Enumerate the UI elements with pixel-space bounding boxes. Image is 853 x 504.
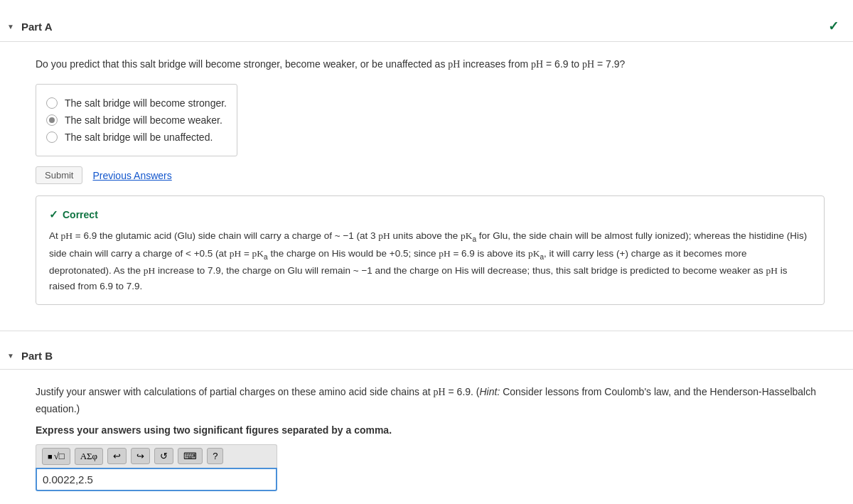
- part-b-chevron-icon: ▼: [7, 352, 14, 360]
- correct-check-icon: ✓: [49, 206, 58, 224]
- option-label-1: The salt bridge will become stronger.: [65, 97, 227, 109]
- radio-3[interactable]: [46, 132, 58, 143]
- option-row-1: The salt bridge will become stronger.: [46, 97, 227, 109]
- undo-icon: ↩: [113, 451, 121, 461]
- refresh-icon: ↺: [160, 451, 168, 461]
- editor-toolbar: ■ √□ ΑΣφ ↩ ↪ ↺ ⌨ ?: [36, 444, 277, 468]
- greek-button[interactable]: ΑΣφ: [75, 448, 103, 465]
- keyboard-button[interactable]: ⌨: [178, 448, 203, 464]
- part-a-chevron-icon: ▼: [7, 23, 14, 31]
- redo-icon: ↪: [136, 451, 144, 461]
- option-label-2: The salt bridge will become weaker.: [65, 114, 222, 126]
- help-button[interactable]: ?: [207, 448, 223, 464]
- radio-1[interactable]: [46, 97, 58, 109]
- correct-body: At pH = 6.9 the glutamic acid (Glu) side…: [49, 228, 811, 294]
- option-row-3: The salt bridge will be unaffected.: [46, 132, 227, 143]
- submit-row: Submit Previous Answers: [36, 166, 825, 184]
- undo-button[interactable]: ↩: [107, 448, 127, 464]
- option-label-3: The salt bridge will be unaffected.: [65, 132, 213, 143]
- options-box: The salt bridge will become stronger. Th…: [36, 84, 237, 156]
- part-a-header[interactable]: ▼ Part A ✓: [0, 11, 853, 42]
- sqrt-icon: ■: [48, 452, 53, 461]
- part-b-label: Part B: [21, 350, 53, 362]
- sqrt-label: √□: [54, 451, 65, 462]
- editor-input-container: 0.0022,2.5: [36, 468, 277, 491]
- part-a-label: Part A: [21, 21, 53, 33]
- part-b-header[interactable]: ▼ Part B: [0, 343, 853, 370]
- part-b-question: Justify your answer with calculations of…: [36, 384, 825, 417]
- greek-label: ΑΣφ: [80, 451, 97, 462]
- part-a-section: ▼ Part A ✓ Do you predict that this salt…: [0, 0, 853, 331]
- refresh-button[interactable]: ↺: [154, 448, 173, 464]
- keyboard-icon: ⌨: [183, 451, 197, 461]
- sqrt-button[interactable]: ■ √□: [42, 448, 70, 465]
- previous-answers-link[interactable]: Previous Answers: [92, 170, 171, 181]
- page-container: ▼ Part A ✓ Do you predict that this salt…: [0, 0, 853, 504]
- editor-input-value[interactable]: 0.0022,2.5: [43, 473, 93, 486]
- part-b-section: ▼ Part B Justify your answer with calcul…: [0, 331, 853, 504]
- correct-header: ✓ Correct: [49, 206, 811, 224]
- part-b-content: Justify your answer with calculations of…: [0, 370, 853, 504]
- part-b-instruction: Express your answers using two significa…: [36, 424, 825, 436]
- correct-label: Correct: [63, 207, 98, 223]
- option-row-2: The salt bridge will become weaker.: [46, 114, 227, 126]
- help-icon: ?: [213, 451, 218, 461]
- radio-2[interactable]: [46, 114, 58, 126]
- part-a-content: Do you predict that this salt bridge wil…: [0, 42, 853, 319]
- correct-box: ✓ Correct At pH = 6.9 the glutamic acid …: [36, 195, 825, 305]
- redo-button[interactable]: ↪: [131, 448, 150, 464]
- part-a-checkmark: ✓: [828, 18, 839, 34]
- submit-button[interactable]: Submit: [36, 166, 82, 184]
- part-a-question: Do you predict that this salt bridge wil…: [36, 56, 825, 73]
